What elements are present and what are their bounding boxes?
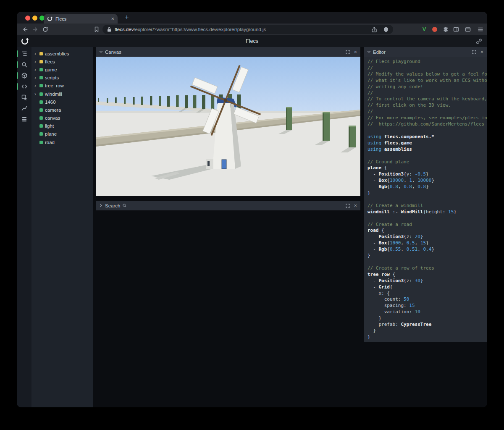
shield-icon[interactable] [383, 26, 389, 33]
chevron-right-icon[interactable]: › [34, 59, 39, 64]
tree-item-scripts[interactable]: ›scripts [32, 74, 93, 82]
tree-item-label: scripts [45, 75, 59, 80]
sidebar-item-logs[interactable] [17, 114, 32, 125]
code-line [368, 215, 487, 222]
wallet-icon[interactable] [465, 26, 471, 33]
module-icon [39, 52, 43, 55]
entity-icon [39, 132, 43, 136]
code-line: - Rgb{0.55, 0.51, 0.4} [368, 246, 487, 253]
chevron-down-icon[interactable] [99, 50, 103, 54]
browser-tab-bar: Flecs × + [17, 12, 487, 24]
editor-panel-header[interactable]: Editor × [364, 47, 487, 57]
code-line: - Position3{z: 20} [368, 234, 487, 240]
tree-item-assemblies[interactable]: ›assemblies [32, 50, 93, 58]
close-icon[interactable]: × [480, 49, 483, 55]
code-line [368, 197, 487, 203]
sidebar-item-query[interactable] [17, 59, 32, 70]
sidebar-item-entities[interactable] [17, 70, 32, 81]
panel-title: Search [105, 203, 120, 208]
code-line: // Create a row of trees [368, 265, 487, 272]
url-path: /explorer/?wasm=https://www.flecs.dev/ex… [134, 27, 266, 32]
bookmark-icon[interactable] [93, 26, 100, 33]
chevron-right-icon[interactable]: › [34, 83, 39, 88]
forward-icon[interactable] [32, 26, 39, 33]
tab-close-icon[interactable]: × [111, 16, 114, 21]
search-panel-header[interactable]: Search × [96, 201, 360, 210]
expand-icon[interactable] [346, 50, 350, 54]
share-link-icon[interactable] [476, 38, 482, 45]
code-line: - Box{10000, 1, 10000} [368, 178, 487, 184]
sidebar-item-inspect[interactable] [17, 92, 32, 103]
tree-item-label: 1460 [45, 100, 56, 105]
tree-item-1460[interactable]: 1460 [32, 98, 93, 106]
app-header: Flecs [17, 35, 487, 47]
tree-item-label: camera [45, 108, 61, 113]
extension-red-icon[interactable] [432, 27, 437, 32]
code-line: // https://github.com/SanderMertens/flec… [368, 121, 487, 128]
share-icon[interactable] [371, 26, 377, 33]
sidebar-item-code-editor[interactable] [17, 81, 32, 92]
code-line: spacing: 15 [368, 303, 487, 309]
extensions-puzzle-icon[interactable] [442, 26, 449, 33]
chevron-right-icon[interactable]: › [34, 92, 39, 97]
chevron-right-icon[interactable]: › [34, 75, 39, 80]
browser-toolbar: flecs.dev/explorer/?wasm=https://www.fle… [17, 24, 487, 35]
reload-icon[interactable] [42, 26, 49, 33]
tree-item-label: canvas [45, 115, 60, 121]
sidebar-toggle-icon[interactable] [453, 26, 459, 33]
chevron-right-icon[interactable]: › [34, 51, 39, 56]
code-line: using flecs.game [368, 140, 487, 147]
code-line: count: 50 [368, 296, 487, 303]
code-line: using assemblies [368, 147, 487, 153]
entity-icon [39, 84, 43, 87]
expand-icon[interactable] [346, 204, 350, 208]
new-tab-button[interactable]: + [123, 13, 131, 21]
entity-icon [39, 76, 43, 79]
code-line: // first click on the 3D view. [368, 102, 487, 109]
sidebar-item-stats[interactable] [17, 103, 32, 114]
browser-tab[interactable]: Flecs × [44, 14, 118, 24]
menu-icon[interactable] [477, 26, 484, 33]
tree-item-road[interactable]: road [32, 138, 93, 146]
chevron-right-icon[interactable] [99, 204, 103, 207]
address-bar[interactable]: flecs.dev/explorer/?wasm=https://www.fle… [102, 25, 393, 34]
entity-icon [39, 141, 43, 144]
tree-item-plane[interactable]: plane [32, 130, 93, 138]
extension-v-icon[interactable]: V [421, 26, 428, 33]
code-line: // To control the camera with the keyboa… [368, 96, 487, 102]
tree-item-camera[interactable]: camera [32, 106, 93, 114]
back-icon[interactable] [22, 26, 29, 33]
tree-item-light[interactable]: light [32, 122, 93, 130]
canvas-panel-header[interactable]: Canvas × [96, 47, 360, 57]
close-window-button[interactable] [25, 16, 30, 21]
sidebar-item-entity-tree[interactable] [17, 48, 32, 59]
code-line: // Create a windmill [368, 203, 487, 209]
code-editor[interactable]: // Flecs playground//// Modify the value… [364, 57, 487, 342]
flecs-favicon-icon [47, 16, 52, 21]
chevron-down-icon[interactable] [367, 50, 371, 54]
rows-icon [21, 116, 28, 123]
tree-item-flecs[interactable]: ›flecs [32, 58, 93, 66]
expand-icon[interactable] [472, 50, 476, 54]
tree-item-tree_row[interactable]: ›tree_row [32, 82, 93, 90]
url-text: flecs.dev/explorer/?wasm=https://www.fle… [115, 27, 371, 32]
tree-item-game[interactable]: ›game [32, 66, 93, 73]
tree-item-windmill[interactable]: ›windmill [32, 90, 93, 98]
code-line: } [368, 190, 487, 197]
lock-icon [107, 27, 112, 32]
chevron-right-icon[interactable]: › [34, 67, 39, 72]
entity-icon [39, 92, 43, 96]
3d-canvas-viewport[interactable] [96, 57, 360, 196]
entity-tree-panel: ›assemblies›flecs›game›scripts›tree_row›… [32, 47, 93, 407]
minimize-window-button[interactable] [32, 16, 37, 21]
code-line: // [368, 65, 487, 71]
tab-title: Flecs [55, 16, 111, 21]
entity-icon [39, 100, 43, 104]
close-icon[interactable]: × [354, 202, 357, 209]
code-line: - Rgb{0.8, 0.8, 0.8} [368, 184, 487, 190]
close-icon[interactable]: × [354, 49, 357, 55]
tree-item-label: game [45, 67, 57, 72]
code-line: // Modify the values below to get a feel… [368, 71, 487, 78]
code-line [368, 259, 487, 265]
tree-item-canvas[interactable]: canvas [32, 114, 93, 122]
